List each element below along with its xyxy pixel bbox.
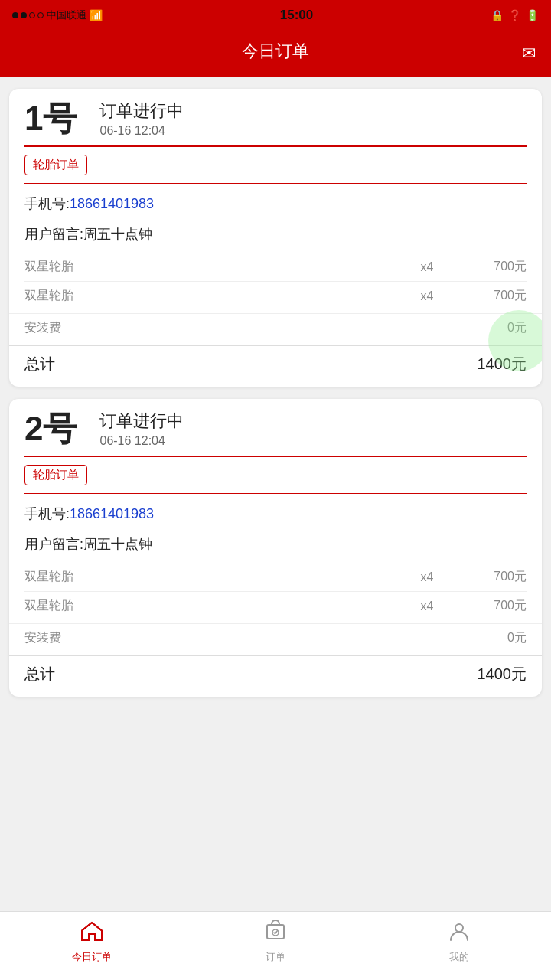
total-price-1: 1400元 (478, 354, 527, 374)
mail-icon[interactable]: ✉ (522, 44, 536, 64)
lock-icon: 🔒 (491, 9, 504, 21)
order-status-1: 订单进行中 (99, 100, 184, 122)
items-section-1: 双星轮胎 x4 700元 双星轮胎 x4 700元 (9, 253, 542, 310)
table-row: 双星轮胎 x4 700元 (24, 592, 527, 620)
nav-label-orders: 订单 (266, 950, 285, 964)
item-name: 双星轮胎 (24, 598, 404, 614)
bottom-nav: 今日订单 订单 我的 (0, 911, 551, 980)
install-label-2: 安装费 (24, 630, 61, 646)
dot3 (29, 12, 35, 18)
nav-item-orders[interactable]: 订单 (184, 920, 367, 964)
order-divider-1 (24, 183, 527, 184)
total-row-2: 总计 1400元 (9, 655, 542, 684)
order-tag-2: 轮胎订单 (24, 465, 87, 485)
items-section-2: 双星轮胎 x4 700元 双星轮胎 x4 700元 (9, 563, 542, 620)
table-row: 双星轮胎 x4 700元 (24, 282, 527, 310)
table-row: 双星轮胎 x4 700元 (24, 563, 527, 592)
order-card-1: 1号 订单进行中 06-16 12:04 轮胎订单 手机号:1866140198… (9, 89, 542, 387)
nav-label-mine: 我的 (449, 950, 469, 964)
order-number-2: 2号 (24, 412, 77, 446)
status-bar: 中国联通 📶 15:00 🔒 ❓ 🔋 (0, 0, 551, 31)
wifi-icon: 📶 (90, 9, 103, 21)
order-status-block-1: 订单进行中 06-16 12:04 (99, 100, 184, 138)
item-qty: x4 (404, 289, 450, 303)
total-price-2: 1400元 (478, 664, 527, 684)
header: 今日订单 ✉ (0, 31, 551, 77)
item-price: 700元 (450, 598, 527, 614)
content-area: 1号 订单进行中 06-16 12:04 轮胎订单 手机号:1866140198… (0, 77, 551, 911)
order-tag-1: 轮胎订单 (24, 155, 87, 175)
total-row-1: 总计 1400元 (9, 345, 542, 374)
install-price-2: 0元 (507, 630, 527, 646)
install-price-1: 0元 (507, 320, 527, 336)
item-qty: x4 (404, 260, 450, 274)
order-status-block-2: 订单进行中 06-16 12:04 (99, 410, 184, 448)
battery-icon: 🔋 (526, 9, 539, 21)
item-price: 700元 (450, 288, 527, 304)
page-title: 今日订单 (242, 40, 309, 63)
status-left: 中国联通 📶 (12, 8, 103, 22)
question-icon: ❓ (508, 9, 521, 21)
svg-point-2 (455, 924, 463, 932)
nav-item-mine[interactable]: 我的 (367, 920, 551, 964)
item-price: 700元 (450, 569, 527, 585)
user-icon (448, 920, 470, 947)
order-time-1: 06-16 12:04 (99, 124, 184, 138)
home-icon (80, 920, 103, 947)
order-header-1: 1号 订单进行中 06-16 12:04 (9, 89, 542, 145)
nav-item-today-orders[interactable]: 今日订单 (0, 920, 184, 964)
item-name: 双星轮胎 (24, 569, 404, 585)
order-phone-row-1: 手机号:18661401983 (9, 191, 542, 216)
phone-link-1[interactable]: 18661401983 (70, 196, 154, 211)
dot2 (21, 12, 27, 18)
total-label-1: 总计 (24, 354, 55, 374)
orders-icon (264, 920, 287, 947)
order-tag-row-1: 轮胎订单 (9, 147, 542, 183)
item-price: 700元 (450, 259, 527, 275)
total-label-2: 总计 (24, 664, 55, 684)
table-row: 双星轮胎 x4 700元 (24, 253, 527, 282)
install-row-2: 安装费 0元 (9, 623, 542, 652)
order-divider-2 (24, 493, 527, 494)
item-name: 双星轮胎 (24, 288, 404, 304)
install-row-1: 安装费 0元 (9, 313, 542, 342)
order-comment-row-1: 用户留言:周五十点钟 (9, 222, 542, 247)
item-qty: x4 (404, 570, 450, 584)
item-qty: x4 (404, 599, 450, 613)
svg-rect-0 (267, 925, 284, 939)
carrier-label: 中国联通 (47, 8, 86, 22)
order-number-1: 1号 (24, 102, 77, 136)
phone-link-2[interactable]: 18661401983 (70, 506, 154, 521)
order-comment-row-2: 用户留言:周五十点钟 (9, 532, 542, 557)
status-right: 🔒 ❓ 🔋 (491, 9, 539, 21)
order-phone-row-2: 手机号:18661401983 (9, 501, 542, 526)
order-status-2: 订单进行中 (99, 410, 184, 433)
order-card-2: 2号 订单进行中 06-16 12:04 轮胎订单 手机号:1866140198… (9, 399, 542, 697)
order-header-2: 2号 订单进行中 06-16 12:04 (9, 399, 542, 456)
dot4 (37, 12, 44, 18)
dot1 (12, 12, 18, 18)
order-tag-row-2: 轮胎订单 (9, 457, 542, 493)
status-time: 15:00 (280, 8, 313, 23)
nav-label-today-orders: 今日订单 (72, 950, 112, 964)
item-name: 双星轮胎 (24, 259, 404, 275)
signal-dots (12, 12, 44, 18)
order-time-2: 06-16 12:04 (99, 434, 184, 448)
install-label-1: 安装费 (24, 320, 61, 336)
